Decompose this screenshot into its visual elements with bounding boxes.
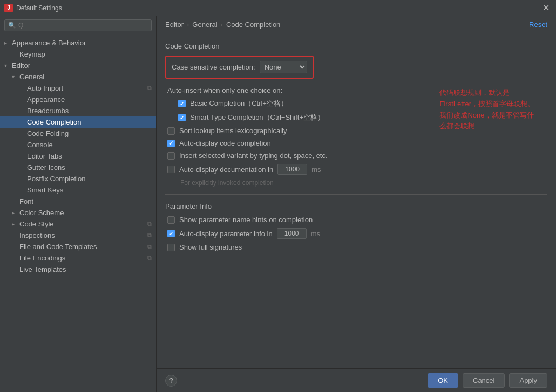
arrow-appearance-behavior	[4, 40, 12, 46]
auto-display-doc-checkbox[interactable]	[167, 166, 175, 173]
sidebar-item-code-completion[interactable]: Code Completion	[0, 116, 156, 128]
auto-display-code-label: Auto-display code completion	[179, 139, 271, 147]
sidebar-item-editor[interactable]: Editor	[0, 60, 156, 71]
copy-icon-code-style: ⧉	[147, 221, 152, 228]
auto-insert-label: Auto-insert when only one choice on:	[167, 86, 282, 94]
auto-display-param-label: Auto-display parameter info in	[179, 230, 273, 238]
insert-selected-row[interactable]: Insert selected variant by typing dot, s…	[165, 152, 547, 160]
sidebar-item-font[interactable]: Font	[0, 196, 156, 207]
sort-lookup-checkbox[interactable]	[167, 127, 175, 135]
sidebar-label-breadcrumbs: Breadcrumbs	[27, 107, 152, 115]
breadcrumb-sep2: ›	[221, 20, 223, 29]
doc-delay-unit: ms	[311, 166, 321, 174]
sidebar-label-font: Font	[19, 197, 152, 205]
show-param-hints-label: Show parameter name hints on completion	[179, 216, 313, 224]
doc-delay-input[interactable]	[277, 164, 307, 175]
param-delay-input[interactable]	[277, 228, 307, 239]
sidebar-label-console: Console	[27, 141, 152, 149]
sidebar-label-color-scheme: Color Scheme	[19, 209, 152, 217]
show-param-hints-checkbox[interactable]	[167, 216, 175, 224]
sidebar-label-inspections: Inspections	[19, 231, 145, 239]
help-button[interactable]: ?	[165, 375, 177, 387]
close-button[interactable]: ✕	[540, 3, 552, 13]
reset-link[interactable]: Reset	[529, 20, 547, 29]
apply-button[interactable]: Apply	[509, 373, 547, 388]
sidebar-item-editor-tabs[interactable]: Editor Tabs	[0, 150, 156, 162]
case-sensitive-dropdown[interactable]: None First letter All letters	[260, 61, 307, 73]
sidebar-label-code-completion: Code Completion	[27, 118, 152, 126]
show-param-hints-row[interactable]: Show parameter name hints on completion	[165, 216, 547, 224]
breadcrumb-general: General	[192, 20, 217, 29]
sidebar-item-smart-keys[interactable]: Smart Keys	[0, 184, 156, 196]
breadcrumb-editor: Editor	[165, 20, 184, 29]
sidebar-label-editor-tabs: Editor Tabs	[27, 152, 152, 160]
sidebar-item-general[interactable]: General	[0, 71, 156, 82]
sidebar-item-code-folding[interactable]: Code Folding	[0, 128, 156, 139]
content-scroll: 代码联想规则，默认是FirstLetter，按照首字母联想。我们改成None，就…	[157, 33, 556, 368]
copy-icon-file-encodings: ⧉	[147, 255, 152, 262]
app-icon: J	[4, 4, 13, 12]
show-full-sigs-checkbox[interactable]	[167, 244, 175, 251]
arrow-color-scheme	[12, 210, 19, 216]
arrow-editor	[4, 63, 12, 68]
sidebar-item-color-scheme[interactable]: Color Scheme	[0, 207, 156, 218]
sidebar-label-postfix-completion: Postfix Completion	[27, 175, 152, 183]
annotation-text: 代码联想规则，默认是FirstLetter，按照首字母联想。我们改成None，就…	[439, 87, 534, 132]
insert-selected-label: Insert selected variant by typing dot, s…	[179, 152, 328, 160]
param-delay-unit: ms	[311, 230, 320, 238]
sidebar-item-file-code-templates[interactable]: File and Code Templates⧉	[0, 241, 156, 252]
section2-title: Parameter Info	[165, 202, 547, 210]
auto-display-param-checkbox[interactable]	[167, 230, 175, 237]
content-area: Editor › General › Code Completion Reset…	[157, 16, 556, 392]
sidebar-label-appearance: Appearance	[27, 95, 152, 104]
sidebar-label-smart-keys: Smart Keys	[27, 186, 152, 194]
sidebar-item-code-style[interactable]: Code Style⧉	[0, 218, 156, 230]
sidebar-item-keymap[interactable]: Keymap	[0, 49, 156, 60]
for-explicitly-label: For explicitly invoked completion	[165, 179, 547, 187]
bottom-bar: ? OK Cancel Apply	[157, 368, 556, 392]
copy-icon-file-code-templates: ⧉	[147, 243, 152, 250]
show-full-sigs-row[interactable]: Show full signatures	[165, 243, 547, 251]
search-icon: 🔍	[8, 22, 16, 29]
cancel-button[interactable]: Cancel	[463, 373, 505, 388]
breadcrumb-code-completion: Code Completion	[226, 20, 280, 29]
breadcrumb-sep1: ›	[187, 20, 189, 29]
auto-display-doc-label: Auto-display documentation in	[179, 166, 273, 174]
sidebar-label-live-templates: Live Templates	[19, 265, 152, 273]
sidebar-label-keymap: Keymap	[19, 50, 152, 58]
smart-type-checkbox[interactable]	[178, 114, 186, 121]
sidebar-item-postfix-completion[interactable]: Postfix Completion	[0, 173, 156, 184]
sidebar-label-file-code-templates: File and Code Templates	[19, 243, 145, 251]
sidebar-label-appearance-behavior: Appearance & Behavior	[12, 39, 152, 47]
ok-button[interactable]: OK	[428, 373, 458, 388]
sidebar: 🔍 Appearance & BehaviorKeymapEditorGener…	[0, 16, 157, 392]
sidebar-item-inspections[interactable]: Inspections⧉	[0, 230, 156, 241]
auto-display-doc-row[interactable]: Auto-display documentation in ms	[165, 164, 547, 175]
auto-display-param-row[interactable]: Auto-display parameter info in ms	[165, 228, 547, 239]
copy-icon-inspections: ⧉	[147, 232, 152, 239]
sidebar-item-breadcrumbs[interactable]: Breadcrumbs	[0, 105, 156, 116]
search-input[interactable]	[18, 22, 148, 29]
sidebar-label-general: General	[19, 73, 152, 81]
sidebar-label-file-encodings: File Encodings	[19, 254, 145, 262]
sidebar-item-gutter-icons[interactable]: Gutter Icons	[0, 162, 156, 173]
insert-selected-checkbox[interactable]	[167, 152, 175, 160]
sidebar-item-live-templates[interactable]: Live Templates	[0, 264, 156, 275]
sort-lookup-label: Sort lookup items lexicographically	[179, 127, 287, 135]
sidebar-item-file-encodings[interactable]: File Encodings⧉	[0, 252, 156, 264]
sidebar-item-auto-import[interactable]: Auto Import⧉	[0, 82, 156, 94]
show-full-sigs-label: Show full signatures	[179, 243, 242, 251]
section1-title: Code Completion	[165, 42, 547, 50]
sidebar-item-console[interactable]: Console	[0, 139, 156, 150]
auto-display-code-checkbox[interactable]	[167, 140, 175, 147]
sidebar-label-auto-import: Auto Import	[27, 84, 145, 92]
titlebar: J Default Settings ✕	[0, 0, 556, 16]
arrow-general	[12, 74, 19, 80]
basic-completion-checkbox[interactable]	[178, 100, 186, 107]
auto-display-code-row[interactable]: Auto-display code completion	[165, 139, 547, 147]
sidebar-item-appearance-behavior[interactable]: Appearance & Behavior	[0, 37, 156, 49]
breadcrumb-bar: Editor › General › Code Completion Reset	[157, 16, 556, 33]
sidebar-label-editor: Editor	[12, 61, 152, 70]
case-sensitive-label: Case sensitive completion:	[172, 63, 255, 71]
sidebar-item-appearance[interactable]: Appearance	[0, 94, 156, 105]
